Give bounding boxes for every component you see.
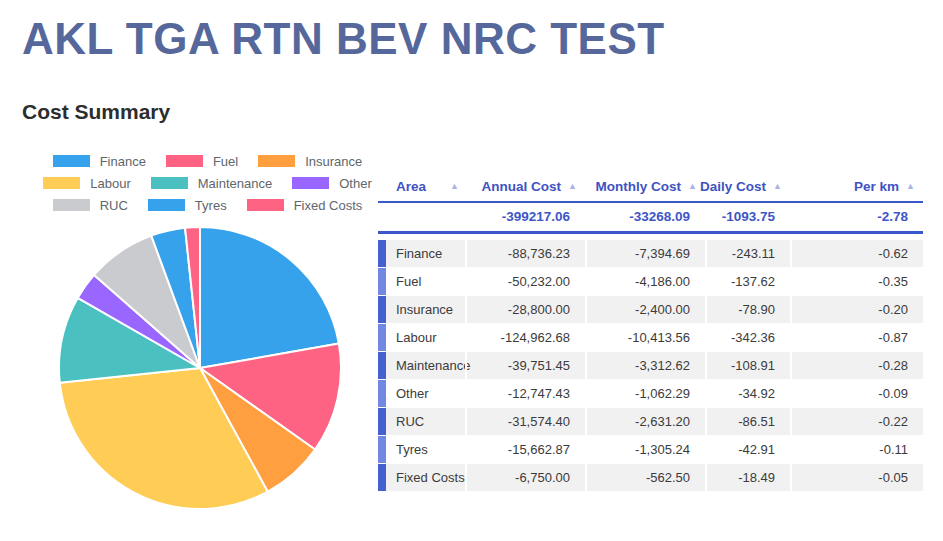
area-cell: Other bbox=[386, 380, 465, 407]
per-km-cell: -0.09 bbox=[790, 380, 923, 407]
legend-item-insurance[interactable]: Insurance bbox=[258, 154, 362, 169]
page-title: AKL TGA RTN BEV NRC TEST bbox=[22, 14, 665, 64]
row-accent-bar bbox=[378, 464, 386, 491]
column-header-daily-cost[interactable]: Daily Cost ▲ bbox=[705, 179, 790, 194]
row-accent-bar bbox=[378, 436, 386, 463]
sort-asc-icon: ▲ bbox=[773, 182, 782, 191]
legend-swatch bbox=[166, 155, 203, 167]
total-per-km: -2.78 bbox=[790, 209, 923, 224]
legend-label: Insurance bbox=[305, 154, 362, 169]
annual-cost-cell: -28,800.00 bbox=[465, 296, 585, 323]
area-cell: Maintenance bbox=[386, 352, 465, 379]
legend-item-ruc[interactable]: RUC bbox=[53, 198, 128, 213]
legend-row: FinanceFuelInsurance bbox=[40, 150, 375, 172]
table-row-maintenance: Maintenance-39,751.45-3,312.62-108.91-0.… bbox=[378, 352, 923, 380]
total-monthly-cost: -33268.09 bbox=[585, 209, 705, 224]
monthly-cost-cell: -3,312.62 bbox=[585, 352, 705, 379]
column-header-area[interactable]: Area ▲ bbox=[386, 179, 465, 194]
monthly-cost-cell: -2,631.20 bbox=[585, 408, 705, 435]
area-cell: Tyres bbox=[386, 436, 465, 463]
column-label-monthly-cost: Monthly Cost bbox=[596, 179, 682, 194]
sort-asc-icon: ▲ bbox=[568, 182, 577, 191]
per-km-cell: -0.87 bbox=[790, 324, 923, 351]
per-km-cell: -0.62 bbox=[790, 240, 923, 267]
daily-cost-cell: -108.91 bbox=[705, 352, 790, 379]
row-accent-bar bbox=[378, 352, 386, 379]
pie-chart bbox=[56, 224, 344, 512]
column-header-annual-cost[interactable]: Annual Cost ▲ bbox=[465, 179, 585, 194]
row-accent-bar bbox=[378, 408, 386, 435]
legend-label: RUC bbox=[100, 198, 128, 213]
area-cell: Fixed Costs bbox=[386, 464, 465, 491]
area-cell: Labour bbox=[386, 324, 465, 351]
area-cell: Finance bbox=[386, 240, 465, 267]
monthly-cost-cell: -1,062.29 bbox=[585, 380, 705, 407]
table-row-finance: Finance-88,736.23-7,394.69-243.11-0.62 bbox=[378, 240, 923, 268]
legend-swatch bbox=[292, 177, 329, 189]
annual-cost-cell: -39,751.45 bbox=[465, 352, 585, 379]
column-label-area: Area bbox=[396, 179, 426, 194]
legend-label: Labour bbox=[90, 176, 130, 191]
sort-asc-icon: ▲ bbox=[906, 182, 915, 191]
legend-swatch bbox=[53, 199, 90, 211]
row-accent-bar bbox=[378, 240, 386, 267]
monthly-cost-cell: -7,394.69 bbox=[585, 240, 705, 267]
legend-label: Fuel bbox=[213, 154, 238, 169]
legend-swatch bbox=[247, 199, 284, 211]
monthly-cost-cell: -1,305.24 bbox=[585, 436, 705, 463]
legend-swatch bbox=[148, 199, 185, 211]
per-km-cell: -0.20 bbox=[790, 296, 923, 323]
report-page: AKL TGA RTN BEV NRC TEST Cost Summary Fi… bbox=[0, 0, 943, 541]
legend-swatch bbox=[151, 177, 188, 189]
column-label-annual-cost: Annual Cost bbox=[482, 179, 562, 194]
area-cell: RUC bbox=[386, 408, 465, 435]
daily-cost-cell: -42.91 bbox=[705, 436, 790, 463]
sort-asc-icon: ▲ bbox=[450, 182, 459, 191]
legend-label: Maintenance bbox=[198, 176, 272, 191]
legend-item-fuel[interactable]: Fuel bbox=[166, 154, 238, 169]
totals-row: -399217.06 -33268.09 -1093.75 -2.78 bbox=[378, 203, 923, 234]
per-km-cell: -0.05 bbox=[790, 464, 923, 491]
monthly-cost-cell: -4,186.00 bbox=[585, 268, 705, 295]
section-title: Cost Summary bbox=[22, 100, 170, 124]
legend-item-finance[interactable]: Finance bbox=[53, 154, 146, 169]
legend-row: LabourMaintenanceOther bbox=[40, 172, 375, 194]
table-row-tyres: Tyres-15,662.87-1,305.24-42.91-0.11 bbox=[378, 436, 923, 464]
table-row-ruc: RUC-31,574.40-2,631.20-86.51-0.22 bbox=[378, 408, 923, 436]
legend-item-maintenance[interactable]: Maintenance bbox=[151, 176, 272, 191]
monthly-cost-cell: -562.50 bbox=[585, 464, 705, 491]
area-cell: Insurance bbox=[386, 296, 465, 323]
legend-label: Finance bbox=[100, 154, 146, 169]
per-km-cell: -0.22 bbox=[790, 408, 923, 435]
table-header-row: Area ▲ Annual Cost ▲ Monthly Cost ▲ Dail… bbox=[378, 179, 923, 203]
column-label-per-km: Per km bbox=[854, 179, 899, 194]
column-header-monthly-cost[interactable]: Monthly Cost ▲ bbox=[585, 179, 705, 194]
area-cell: Fuel bbox=[386, 268, 465, 295]
legend-item-other[interactable]: Other bbox=[292, 176, 372, 191]
annual-cost-cell: -12,747.43 bbox=[465, 380, 585, 407]
column-header-per-km[interactable]: Per km ▲ bbox=[790, 179, 923, 194]
daily-cost-cell: -243.11 bbox=[705, 240, 790, 267]
daily-cost-cell: -137.62 bbox=[705, 268, 790, 295]
chart-legend: FinanceFuelInsuranceLabourMaintenanceOth… bbox=[40, 150, 375, 216]
total-annual-cost: -399217.06 bbox=[465, 209, 585, 224]
row-accent-bar bbox=[378, 324, 386, 351]
legend-swatch bbox=[258, 155, 295, 167]
legend-label: Other bbox=[339, 176, 372, 191]
table-row-other: Other-12,747.43-1,062.29-34.92-0.09 bbox=[378, 380, 923, 408]
legend-item-tyres[interactable]: Tyres bbox=[148, 198, 227, 213]
legend-row: RUCTyresFixed Costs bbox=[40, 194, 375, 216]
table-body: Finance-88,736.23-7,394.69-243.11-0.62Fu… bbox=[378, 240, 923, 492]
legend-item-fixed-costs[interactable]: Fixed Costs bbox=[247, 198, 363, 213]
annual-cost-cell: -15,662.87 bbox=[465, 436, 585, 463]
legend-swatch bbox=[43, 177, 80, 189]
table-row-fuel: Fuel-50,232.00-4,186.00-137.62-0.35 bbox=[378, 268, 923, 296]
sort-asc-icon: ▲ bbox=[688, 182, 697, 191]
row-accent-bar bbox=[378, 296, 386, 323]
annual-cost-cell: -124,962.68 bbox=[465, 324, 585, 351]
legend-item-labour[interactable]: Labour bbox=[43, 176, 130, 191]
daily-cost-cell: -342.36 bbox=[705, 324, 790, 351]
legend-label: Fixed Costs bbox=[294, 198, 363, 213]
table-row-fixed-costs: Fixed Costs-6,750.00-562.50-18.49-0.05 bbox=[378, 464, 923, 492]
per-km-cell: -0.35 bbox=[790, 268, 923, 295]
